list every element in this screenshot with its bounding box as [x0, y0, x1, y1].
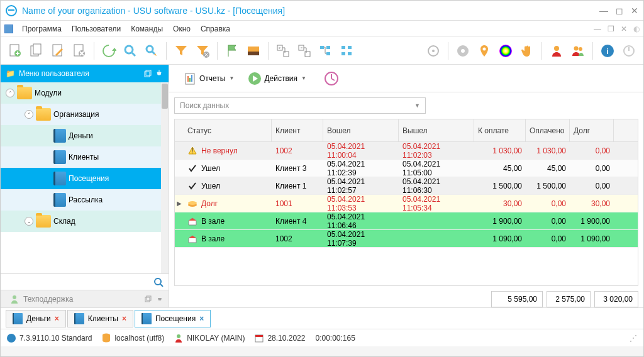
table-row[interactable]: ▶ Долг 1001 05.04.2021 11:03:53 05.04.20…	[175, 195, 638, 212]
book-icon	[142, 313, 152, 324]
new-doc-button[interactable]	[6, 41, 25, 60]
tree-item-clients[interactable]: Клиенты	[1, 146, 169, 168]
menu-справка[interactable]: Справка	[196, 23, 235, 35]
menu-окно[interactable]: Окно	[168, 23, 196, 35]
main-toolbar: i	[1, 37, 643, 65]
info-icon[interactable]: i	[598, 41, 617, 60]
table-header: Статус Клиент Вошел Вышел К оплате Оплач…	[175, 119, 638, 142]
power-icon[interactable]	[619, 41, 638, 60]
svg-text:!: !	[191, 146, 193, 155]
refresh-button[interactable]	[99, 41, 118, 60]
reports-button[interactable]: Отчеты▼	[178, 69, 239, 88]
restore-icon[interactable]	[145, 295, 152, 303]
clock-button[interactable]	[319, 69, 344, 88]
tree-scrollbar[interactable]	[161, 82, 169, 273]
tree-item-mailing[interactable]: Рассылка	[1, 189, 169, 211]
status-icon	[187, 234, 197, 244]
status-icon	[187, 199, 197, 209]
actions-button[interactable]: Действия▼	[243, 69, 311, 88]
tree-label: Модули	[35, 89, 62, 97]
gear-icon[interactable]	[453, 41, 472, 60]
col-paid[interactable]: Оплачено	[526, 119, 570, 141]
menu-программа[interactable]: Программа	[17, 23, 67, 35]
svg-point-49	[188, 201, 197, 205]
col-out[interactable]: Вышел	[399, 119, 474, 141]
folder-icon	[36, 108, 51, 121]
search-next-button[interactable]	[142, 41, 161, 60]
tree-collapse-button[interactable]	[295, 41, 314, 60]
tab-close-icon[interactable]: ×	[122, 314, 126, 323]
mdi-close-button[interactable]: ✕	[621, 25, 627, 33]
tree-item-organization[interactable]: ⌃ Организация	[1, 104, 169, 125]
table-body[interactable]: !Не вернул 1002 05.04.2021 11:00:04 05.0…	[175, 142, 638, 285]
tree-item-visits[interactable]: Посещения	[1, 168, 169, 189]
pin-sidebar-icon[interactable]	[155, 69, 164, 78]
col-status[interactable]: Статус	[184, 119, 272, 141]
expand-icon[interactable]: ⌄	[25, 217, 33, 226]
mdi-minimize-button[interactable]: —	[594, 25, 601, 33]
users-icon[interactable]	[569, 41, 587, 60]
col-topay[interactable]: К оплате	[474, 119, 526, 141]
mdi-restore-button[interactable]: ❐	[608, 25, 614, 33]
book-icon	[53, 172, 66, 185]
tree-item-modules[interactable]: ⌃ Модули	[1, 82, 169, 104]
tree-item-warehouse[interactable]: ⌄ Склад	[1, 211, 169, 232]
total-paid: 2 575,00	[547, 291, 591, 307]
user-icon[interactable]	[547, 41, 566, 60]
collapse-icon[interactable]: ⌃	[25, 110, 33, 119]
search-button[interactable]	[121, 41, 140, 60]
tab-close-icon[interactable]: ×	[199, 314, 204, 323]
collapse-icon[interactable]: ⌃	[6, 89, 14, 97]
system-menu-icon[interactable]	[4, 25, 13, 33]
minimize-button[interactable]: —	[599, 6, 608, 16]
table-row[interactable]: В зале 1002 05.04.2021 11:07:39 1 090,00…	[175, 230, 638, 248]
pin-icon[interactable]	[156, 295, 164, 303]
search-input[interactable]: Поиск данных ▼	[174, 97, 426, 114]
menu-команды[interactable]: Команды	[126, 23, 168, 35]
tree-expand-button[interactable]	[274, 41, 292, 60]
svg-rect-15	[305, 52, 310, 57]
tab-label: Клиенты	[88, 314, 118, 323]
table-row[interactable]: !Не вернул 1002 05.04.2021 11:00:04 05.0…	[175, 142, 638, 160]
col-debt[interactable]: Долг	[570, 119, 614, 141]
delete-doc-button[interactable]	[70, 41, 89, 60]
table-row[interactable]: Ушел Клиент 3 05.04.2021 11:02:39 05.04.…	[175, 160, 638, 177]
edit-doc-button[interactable]	[48, 41, 67, 60]
color-icon[interactable]	[496, 41, 515, 60]
app-logo-icon	[6, 5, 17, 16]
col-in[interactable]: Вошел	[323, 119, 399, 141]
pin-icon[interactable]	[475, 41, 494, 60]
db-icon	[102, 333, 111, 343]
filter-clear-button[interactable]	[193, 41, 212, 60]
tab-посещения[interactable]: Посещения×	[135, 310, 211, 327]
person-icon	[9, 294, 19, 304]
dropdown-icon[interactable]: ▼	[414, 102, 420, 109]
nav-tree[interactable]: ⌃ Модули ⌃ Организация Деньги Клиенты	[1, 82, 169, 273]
tab-клиенты[interactable]: Клиенты×	[67, 310, 133, 327]
flag-button[interactable]	[223, 41, 242, 60]
tree-hier2-button[interactable]	[338, 41, 357, 60]
tree-hier1-button[interactable]	[316, 41, 335, 60]
table-row[interactable]: В зале Клиент 4 05.04.2021 11:06:46 1 90…	[175, 212, 638, 230]
mdi-help-button[interactable]: ◐	[633, 25, 640, 33]
restore-icon[interactable]	[143, 69, 152, 78]
maximize-button[interactable]: ◻	[616, 6, 623, 16]
image-button[interactable]	[244, 41, 263, 60]
table-row[interactable]: Ушел Клиент 1 05.04.2021 11:02:57 05.04.…	[175, 177, 638, 195]
folder-icon	[17, 87, 32, 99]
support-header[interactable]: Техподдержка	[1, 290, 169, 307]
close-button[interactable]: ✕	[631, 6, 638, 16]
copy-doc-button[interactable]	[27, 41, 46, 60]
hand-icon[interactable]	[518, 41, 536, 60]
filter-button[interactable]	[172, 41, 191, 60]
tab-деньги[interactable]: Деньги×	[6, 310, 66, 327]
search-icon[interactable]	[153, 277, 164, 287]
tab-close-icon[interactable]: ×	[55, 314, 59, 323]
svg-point-30	[574, 46, 579, 50]
col-client[interactable]: Клиент	[272, 119, 323, 141]
target-icon[interactable]	[424, 41, 443, 60]
menu-пользователи[interactable]: Пользователи	[67, 23, 126, 35]
tree-item-money[interactable]: Деньги	[1, 125, 169, 146]
status-icon	[187, 181, 197, 191]
resize-grip-icon[interactable]: ⋰	[630, 334, 637, 343]
